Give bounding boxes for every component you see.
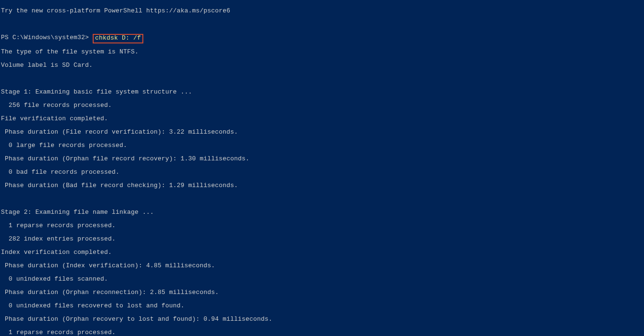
prompt-text: PS C:\Windows\system32> [1,34,93,41]
terminal-line: 1 reparse records processed. [1,329,644,336]
terminal-line: Stage 2: Examining file name linkage ... [1,209,644,216]
terminal-line: File verification completed. [1,116,644,122]
terminal-line: 0 bad file records processed. [1,169,644,176]
terminal-line: Try the new cross-platform PowerShell ht… [1,8,644,14]
terminal-line: Phase duration (Orphan file record recov… [1,156,644,162]
terminal-line: Phase duration (Bad file record checking… [1,182,644,189]
terminal-line: Phase duration (File record verification… [1,129,644,136]
command-text: chkdsk D: /f [95,34,141,42]
terminal-line: Stage 1: Examining basic file system str… [1,89,644,95]
command-line: PS C:\Windows\system32> chkdsk D: /f [1,34,644,42]
terminal-line: 282 index entries processed. [1,236,644,242]
terminal-line: Phase duration (Orphan reconnection): 2.… [1,289,644,296]
terminal-line: 0 unindexed files scanned. [1,276,644,283]
terminal-line: 256 file records processed. [1,102,644,109]
terminal-line-blank [1,75,644,82]
terminal-line-blank [1,21,644,28]
powershell-terminal[interactable]: Try the new cross-platform PowerShell ht… [0,0,644,336]
terminal-line: Phase duration (Orphan recovery to lost … [1,316,644,323]
command-highlight: chkdsk D: /f [93,34,143,43]
terminal-line: 0 large file records processed. [1,142,644,149]
terminal-line: 0 unindexed files recovered to lost and … [1,303,644,309]
terminal-line: 1 reparse records processed. [1,222,644,229]
terminal-line: Index verification completed. [1,249,644,256]
terminal-line: The type of the file system is NTFS. [1,49,644,55]
terminal-line: Volume label is SD Card. [1,62,644,69]
terminal-line-blank [1,196,644,202]
terminal-line: Phase duration (Index verification): 4.8… [1,262,644,269]
